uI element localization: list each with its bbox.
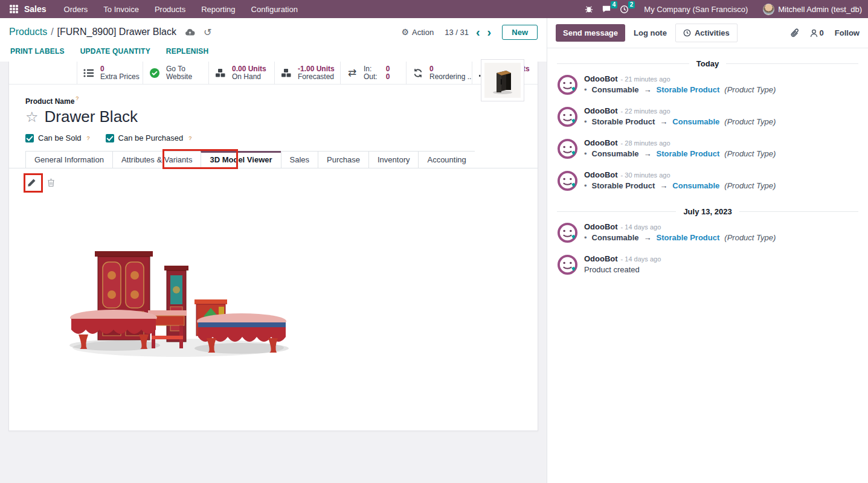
message-author[interactable]: OdooBot xyxy=(584,170,618,179)
tracking-old-value: Consumable xyxy=(592,233,639,242)
gear-icon: ⚙ xyxy=(401,27,409,37)
log-note-button[interactable]: Log note xyxy=(625,24,675,42)
tab-sales[interactable]: Sales xyxy=(281,151,318,168)
message[interactable]: OdooBot- 28 minutes ago •Consumable→Stor… xyxy=(557,138,858,162)
arrow-right-icon: → xyxy=(644,85,652,94)
product-title[interactable]: Drawer Black xyxy=(45,107,138,126)
stat-go-to-website[interactable]: Go ToWebsite xyxy=(143,62,208,84)
menu-reporting[interactable]: Reporting xyxy=(194,5,242,14)
can-be-sold-label: Can be Sold xyxy=(38,133,82,142)
print-labels-button[interactable]: PRINT LABELS xyxy=(10,47,65,56)
message-time: - 22 minutes ago xyxy=(621,107,670,115)
pager-previous-icon[interactable]: ‹ xyxy=(476,28,480,36)
checkbox-checked-icon[interactable] xyxy=(106,134,114,142)
odoobot-avatar xyxy=(557,222,578,246)
help-question-mark[interactable]: ? xyxy=(76,95,79,101)
breadcrumb: Products / [FURN_8900] Drawer Black ↺ xyxy=(9,27,401,38)
menu-orders[interactable]: Orders xyxy=(57,5,95,14)
can-be-purchased-checkbox[interactable]: Can be Purchased? xyxy=(106,133,192,142)
tracking-new-value[interactable]: Storable Product xyxy=(657,233,720,242)
form-sheet: 0Extra Prices Go ToWebsite 0.00 UnitsOn … xyxy=(8,62,538,431)
stat-button-row: 0Extra Prices Go ToWebsite 0.00 UnitsOn … xyxy=(9,62,538,85)
arrow-right-icon: → xyxy=(644,233,652,242)
company-switcher[interactable]: My Company (San Francisco) xyxy=(637,5,754,14)
message[interactable]: OdooBot- 21 minutes ago •Consumable→Stor… xyxy=(557,74,858,98)
follow-button[interactable]: Follow xyxy=(835,28,860,37)
new-record-button[interactable]: New xyxy=(502,25,538,40)
stat-on-hand[interactable]: 0.00 UnitsOn Hand xyxy=(208,62,274,84)
tab-inventory[interactable]: Inventory xyxy=(368,151,418,168)
stat-in-out[interactable]: ⇄ In:0 Out:0 xyxy=(340,62,406,84)
action-menu-button[interactable]: ⚙ Action xyxy=(401,27,434,37)
extra-prices-label: Extra Prices xyxy=(100,73,140,81)
tab-3d-model-viewer[interactable]: 3D Model Viewer xyxy=(201,151,280,168)
message-author[interactable]: OdooBot xyxy=(584,106,618,115)
3d-model-canvas[interactable] xyxy=(60,244,293,364)
message-time: - 14 days ago xyxy=(621,255,661,263)
cloud-save-icon[interactable] xyxy=(185,28,195,36)
activities-label: Activities xyxy=(695,28,730,37)
activities-button[interactable]: Activities xyxy=(675,24,738,42)
update-quantity-button[interactable]: UPDATE QUANTITY xyxy=(80,47,150,56)
discard-undo-icon[interactable]: ↺ xyxy=(204,27,211,38)
menu-products[interactable]: Products xyxy=(148,5,192,14)
message[interactable]: OdooBot- 22 minutes ago •Storable Produc… xyxy=(557,106,858,130)
reordering-label: Reordering ... xyxy=(429,73,472,81)
stat-reordering-rules[interactable]: 0Reordering ... xyxy=(406,62,472,84)
message-author[interactable]: OdooBot xyxy=(584,74,618,83)
message-list: Today OdooBot- 21 minutes ago •Consumabl… xyxy=(547,48,868,292)
attachment-paperclip-icon[interactable] xyxy=(791,28,799,38)
message-time: - 14 days ago xyxy=(621,223,661,231)
debug-bug-icon[interactable] xyxy=(585,5,593,13)
user-menu[interactable]: Mitchell Admin (test_db) xyxy=(763,4,862,15)
activities-badge: 2 xyxy=(628,1,635,8)
stat-forecasted[interactable]: -1.00 UnitsForecasted xyxy=(274,62,340,84)
edit-pencil-icon[interactable] xyxy=(27,178,36,187)
tab-attributes-variants[interactable]: Attributes & Variants xyxy=(112,151,201,168)
pager-next-icon[interactable]: › xyxy=(487,28,492,36)
tab-purchase[interactable]: Purchase xyxy=(318,151,368,168)
odoobot-avatar xyxy=(557,170,578,194)
message[interactable]: OdooBot- 14 days ago Product created xyxy=(557,254,858,278)
odoobot-avatar xyxy=(557,74,578,98)
tab-general-information[interactable]: General Information xyxy=(25,151,112,168)
message-author[interactable]: OdooBot xyxy=(584,138,618,147)
apps-grid-icon[interactable] xyxy=(10,5,18,13)
help-question-mark[interactable]: ? xyxy=(188,135,191,141)
message-author[interactable]: OdooBot xyxy=(584,222,618,231)
menu-configuration[interactable]: Configuration xyxy=(245,5,304,14)
message[interactable]: OdooBot- 14 days ago •Consumable→Storabl… xyxy=(557,222,858,246)
message-time: - 28 minutes ago xyxy=(621,139,670,147)
tracking-new-value[interactable]: Storable Product xyxy=(657,85,720,94)
product-image[interactable] xyxy=(481,59,524,101)
menu-to-invoice[interactable]: To Invoice xyxy=(97,5,146,14)
date-divider-july: July 13, 2023 xyxy=(676,207,739,216)
help-question-mark[interactable]: ? xyxy=(87,135,90,141)
tracking-old-value: Consumable xyxy=(592,85,639,94)
app-name[interactable]: Sales xyxy=(24,4,47,14)
followers-counter[interactable]: 0 xyxy=(810,28,824,37)
tracking-old-value: Storable Product xyxy=(592,181,655,190)
messages-icon[interactable]: 4 xyxy=(602,5,611,13)
transfer-arrows-icon: ⇄ xyxy=(346,68,359,78)
cubes-icon xyxy=(280,68,293,78)
activities-clock-icon[interactable]: 2 xyxy=(620,5,629,14)
tracking-new-value[interactable]: Consumable xyxy=(672,117,719,126)
message-body: Product created xyxy=(584,265,661,274)
stat-extra-prices[interactable]: 0Extra Prices xyxy=(77,62,143,84)
odoobot-avatar xyxy=(557,138,578,162)
send-message-button[interactable]: Send message xyxy=(556,24,625,42)
top-navbar: Sales Orders To Invoice Products Reporti… xyxy=(0,0,868,18)
message-author[interactable]: OdooBot xyxy=(584,254,618,263)
replenish-button[interactable]: REPLENISH xyxy=(166,47,208,56)
breadcrumb-products-link[interactable]: Products xyxy=(9,27,47,37)
checkbox-checked-icon[interactable] xyxy=(25,134,34,142)
delete-trash-icon[interactable] xyxy=(47,178,55,187)
tracking-new-value[interactable]: Consumable xyxy=(672,181,719,190)
favorite-star-icon[interactable]: ☆ xyxy=(25,109,39,126)
can-be-sold-checkbox[interactable]: Can be Sold? xyxy=(25,133,90,142)
tab-accounting[interactable]: Accounting xyxy=(418,151,474,168)
breadcrumb-record-title: [FURN_8900] Drawer Black xyxy=(57,27,176,37)
message[interactable]: OdooBot- 30 minutes ago •Storable Produc… xyxy=(557,170,858,194)
tracking-new-value[interactable]: Storable Product xyxy=(657,149,720,158)
